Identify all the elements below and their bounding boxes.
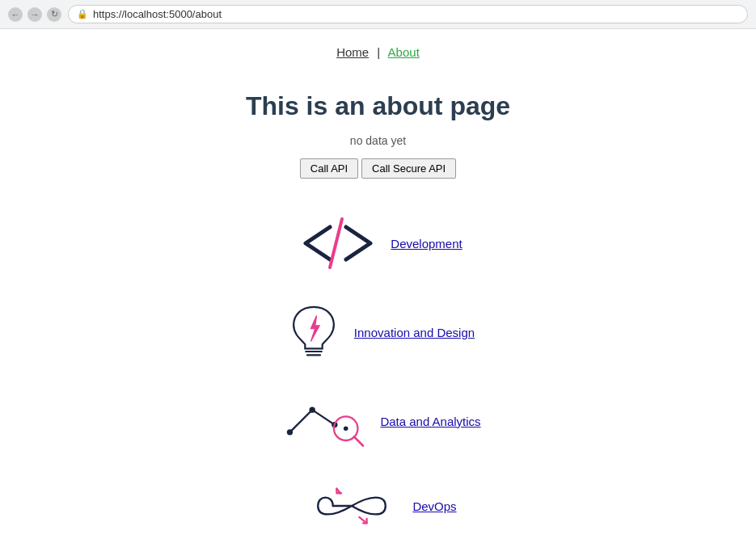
reload-button[interactable]: ↻: [47, 7, 61, 22]
innovation-item: Innovation and Design: [281, 300, 475, 364]
url-text: https://localhost:5000/about: [93, 8, 222, 20]
call-secure-api-button[interactable]: Call Secure API: [361, 158, 456, 179]
svg-line-7: [354, 436, 363, 445]
icons-section: Development Innovation and Design: [16, 211, 740, 550]
nav-bar: Home | About: [16, 45, 740, 59]
status-text: no data yet: [16, 134, 740, 147]
nav-separator: |: [377, 45, 380, 59]
development-item: Development: [294, 211, 462, 276]
address-bar[interactable]: 🔒 https://localhost:5000/about: [68, 5, 748, 23]
page-title: This is an about page: [16, 91, 740, 121]
forward-button[interactable]: →: [27, 7, 42, 22]
button-group: Call API Call Secure API: [16, 158, 740, 179]
devops-link[interactable]: DevOps: [412, 499, 456, 513]
call-api-button[interactable]: Call API: [300, 158, 358, 179]
back-button[interactable]: ←: [8, 7, 23, 22]
nav-home-link[interactable]: Home: [336, 45, 369, 59]
svg-point-8: [344, 426, 348, 431]
code-icon: [294, 211, 382, 276]
devops-icon: [299, 478, 404, 534]
development-link[interactable]: Development: [391, 237, 462, 251]
nav-about-link[interactable]: About: [388, 45, 420, 59]
browser-chrome: ← → ↻ 🔒 https://localhost:5000/about: [0, 0, 756, 29]
innovation-link[interactable]: Innovation and Design: [354, 326, 475, 339]
devops-item: DevOps: [299, 478, 456, 534]
analytics-icon: [275, 389, 372, 453]
page-content: Home | About This is an about page no da…: [0, 29, 756, 556]
lock-icon: 🔒: [77, 9, 88, 19]
analytics-item: Data and Analytics: [275, 389, 480, 453]
analytics-link[interactable]: Data and Analytics: [380, 415, 480, 428]
lightbulb-icon: [281, 300, 346, 364]
